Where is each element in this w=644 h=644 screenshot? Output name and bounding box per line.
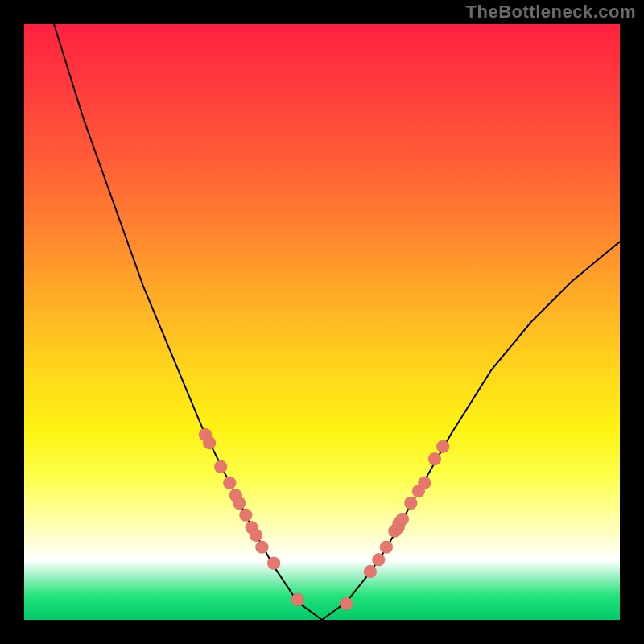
data-marker	[340, 597, 353, 610]
data-marker	[233, 497, 246, 510]
data-markers	[199, 428, 449, 610]
data-marker	[404, 497, 417, 510]
data-marker	[203, 436, 216, 449]
data-marker	[436, 440, 449, 453]
data-marker	[372, 553, 385, 566]
data-marker	[255, 541, 268, 554]
curve-layer	[24, 24, 620, 620]
plot-area	[24, 24, 620, 620]
data-marker	[396, 513, 409, 526]
data-marker	[291, 593, 304, 606]
data-marker	[267, 557, 280, 570]
bottleneck-curve-right	[322, 242, 620, 620]
watermark-text: TheBottleneck.com	[466, 2, 636, 23]
data-marker	[214, 460, 227, 473]
data-marker	[223, 477, 236, 489]
data-marker	[239, 509, 252, 522]
data-marker	[380, 541, 393, 554]
data-marker	[418, 477, 431, 489]
chart-frame: TheBottleneck.com	[0, 0, 644, 644]
data-marker	[250, 529, 262, 542]
bottleneck-curve-left	[54, 24, 322, 620]
data-marker	[364, 565, 377, 578]
data-marker	[428, 452, 441, 465]
